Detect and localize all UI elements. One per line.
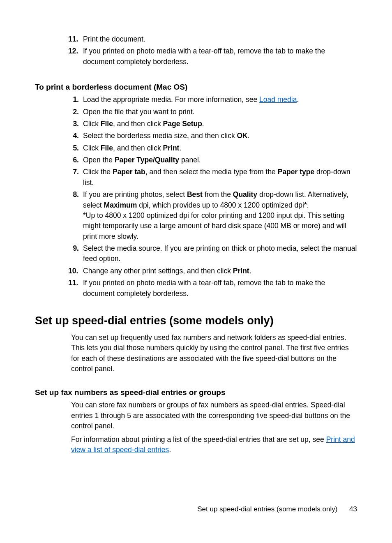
step-number: 12. [68, 46, 83, 67]
mac-step-8: 8. If you are printing photos, select Be… [68, 189, 357, 242]
page-number: 43 [349, 505, 357, 513]
step-text: Open the Paper Type/Quality panel. [83, 155, 357, 165]
mac-steps-list: 1. Load the appropriate media. For more … [68, 95, 357, 299]
mac-os-heading: To print a borderless document (Mac OS) [35, 83, 357, 92]
mac-step-11: 11. If you printed on photo media with a… [68, 278, 357, 299]
speed-dial-intro: You can set up frequently used fax numbe… [71, 333, 357, 374]
mac-step-9: 9. Select the media source. If you are p… [68, 243, 357, 264]
step-number: 1. [68, 95, 83, 105]
mac-step-10: 10. Change any other print settings, and… [68, 266, 357, 276]
step-text: Change any other print settings, and the… [83, 266, 357, 276]
step-text: If you are printing photos, select Best … [83, 189, 357, 242]
mac-step-6: 6. Open the Paper Type/Quality panel. [68, 155, 357, 165]
step-text: Select the media source. If you are prin… [83, 243, 357, 264]
step-number: 7. [68, 167, 83, 188]
mac-step-2: 2. Open the file that you want to print. [68, 107, 357, 117]
step-number: 2. [68, 107, 83, 117]
speed-dial-heading: Set up speed-dial entries (some models o… [35, 314, 357, 327]
load-media-link[interactable]: Load media [259, 95, 297, 104]
step-12: 12. If you printed on photo media with a… [68, 46, 357, 67]
fax-paragraph-2: For information about printing a list of… [71, 434, 357, 455]
step-text: Click the Paper tab, and then select the… [83, 167, 357, 188]
step-number: 11. [68, 278, 83, 299]
step-text: Click File, and then click Page Setup. [83, 119, 357, 129]
page-footer: Set up speed-dial entries (some models o… [35, 505, 357, 513]
mac-step-1: 1. Load the appropriate media. For more … [68, 95, 357, 105]
step-number: 3. [68, 119, 83, 129]
step-text: Open the file that you want to print. [83, 107, 357, 117]
step-number: 10. [68, 266, 83, 276]
step-number: 5. [68, 143, 83, 153]
step-text: Load the appropriate media. For more inf… [83, 95, 357, 105]
step-text: If you printed on photo media with a tea… [83, 278, 357, 299]
mac-step-5: 5. Click File, and then click Print. [68, 143, 357, 153]
mac-step-3: 3. Click File, and then click Page Setup… [68, 119, 357, 129]
fax-paragraph-1: You can store fax numbers or groups of f… [71, 400, 357, 431]
step-text: Print the document. [83, 34, 357, 44]
step-number: 8. [68, 189, 83, 242]
step-number: 6. [68, 155, 83, 165]
continued-steps-list: 11. Print the document. 12. If you print… [68, 34, 357, 67]
step-text: Click File, and then click Print. [83, 143, 357, 153]
step-number: 9. [68, 243, 83, 264]
step-text: If you printed on photo media with a tea… [83, 46, 357, 67]
step-text: Select the borderless media size, and th… [83, 131, 357, 141]
fax-heading: Set up fax numbers as speed-dial entries… [35, 388, 357, 397]
footer-section-title: Set up speed-dial entries (some models o… [197, 505, 337, 513]
step-number: 4. [68, 131, 83, 141]
step-11: 11. Print the document. [68, 34, 357, 44]
mac-step-7: 7. Click the Paper tab, and then select … [68, 167, 357, 188]
step-number: 11. [68, 34, 83, 44]
mac-step-4: 4. Select the borderless media size, and… [68, 131, 357, 141]
